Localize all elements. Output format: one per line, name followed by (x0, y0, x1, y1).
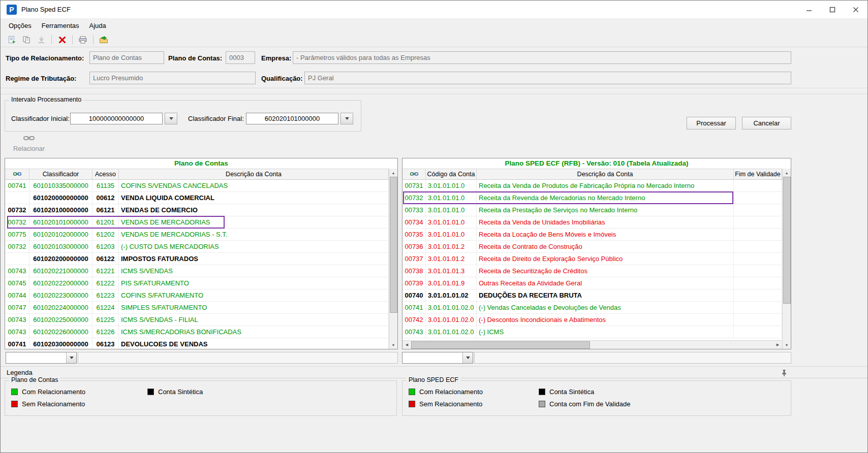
delete-icon[interactable] (56, 34, 68, 46)
right-horizontal-scrollbar[interactable]: ◀ ▶ (402, 340, 782, 349)
table-row[interactable]: 007413.01.01.01.02.0(-) Vendas Cancelada… (402, 302, 782, 314)
table-row[interactable]: 007383.01.01.01.3Receita de Securitizaçã… (402, 265, 782, 277)
plano-contas-grid-title: Plano de Contas (5, 158, 397, 169)
toolbar-separator (72, 35, 73, 44)
window-title: Plano Sped ECF (21, 6, 71, 13)
table-row[interactable]: 0074360102022500000061225ICMS S/VENDAS -… (5, 314, 389, 326)
plano-sped-ecf-grid: Plano SPED ECF (RFB) - Versão: 010 (Tabe… (402, 158, 791, 349)
table-row[interactable]: 0073260102010100000061201VENDAS DE MERCA… (5, 216, 389, 229)
table-row[interactable]: 007423.01.01.01.02.0(-) Descontos Incond… (402, 314, 782, 326)
document-icon[interactable] (6, 34, 18, 46)
left-filter-field[interactable] (78, 352, 398, 364)
classificador-inicial-input[interactable]: 100000000000000 (70, 113, 163, 124)
table-row[interactable]: 007353.01.01.01.0Receita da Locação de B… (402, 229, 782, 241)
table-row[interactable]: 007393.01.01.01.9Outras Receitas da Ativ… (402, 277, 782, 289)
table-row[interactable]: 007433.01.01.01.02.0(-) ICMS (402, 326, 782, 338)
table-row[interactable]: 0074160101033500000061135COFINS S/VENDAS… (5, 180, 389, 192)
cell-codigo-relacionado: 00740 (402, 289, 426, 302)
table-row[interactable]: 0074560102022200000061222PIS S/FATURAMEN… (5, 277, 389, 289)
title-bar: P Plano Sped ECF (1, 1, 867, 18)
qualificacao-label: Qualificação: (261, 75, 303, 82)
legend-item: Com Relacionamento (11, 388, 85, 396)
relation-column-header[interactable] (402, 169, 426, 179)
right-filter-field[interactable] (474, 352, 791, 364)
cancelar-button[interactable]: Cancelar (742, 117, 791, 130)
table-row[interactable]: 0074360102022600000061226ICMS S/MERCADOR… (5, 326, 389, 338)
column-header-classificador[interactable]: Classificador (29, 169, 92, 179)
cell-classificador: 601020000000000 (29, 192, 92, 204)
right-filter-combo[interactable] (402, 352, 473, 364)
scroll-down-arrow[interactable]: ▼ (783, 341, 791, 349)
table-row[interactable]: 007323.01.01.01.0Receita da Revenda de M… (402, 192, 782, 204)
table-row[interactable]: 007343.01.01.01.0Receita da Venda de Uni… (402, 216, 782, 229)
left-filter-combo[interactable] (6, 352, 77, 364)
table-row[interactable]: 007333.01.01.01.0Receita da Prestação de… (402, 204, 782, 216)
minimize-button[interactable] (797, 1, 821, 18)
classificador-inicial-dropdown-button[interactable] (165, 113, 177, 124)
menu-item-opcoes[interactable]: Opções (4, 19, 37, 32)
cell-codigo-relacionado: 00741 (402, 302, 426, 314)
cell-descricao: COFINS S/FATURAMENTO (119, 289, 389, 302)
column-header-descricao[interactable]: Descrição da Conta (119, 169, 389, 179)
legend-item: Conta Sintética (539, 388, 630, 396)
scrollbar-thumb[interactable] (783, 177, 791, 304)
cell-acesso: 61222 (92, 277, 119, 289)
export-icon[interactable] (98, 34, 110, 46)
menu-item-ajuda[interactable]: Ajuda (84, 19, 111, 32)
cell-fim-validade (734, 253, 782, 265)
legend-plano-contas: Plano de Contas Com RelacionamentoSem Re… (5, 380, 397, 416)
pin-icon[interactable] (780, 369, 788, 377)
menu-item-ferramentas[interactable]: Ferramentas (37, 19, 84, 32)
table-row[interactable]: 0074760102022400000061224SIMPLES S/FATUR… (5, 302, 389, 314)
groupbox-title: Intervalo Processamento (9, 96, 83, 103)
table-row[interactable]: 007363.01.01.01.2Receita de Contrato de … (402, 241, 782, 253)
table-row[interactable]: 60102020000000006122IMPOSTOS FATURADOS (5, 253, 389, 265)
scroll-down-arrow[interactable]: ▼ (389, 341, 398, 349)
right-vertical-scrollbar[interactable]: ▲ ▼ (782, 169, 791, 349)
table-row[interactable]: 0073260102010300000061203(-) CUSTO DAS M… (5, 241, 389, 253)
scroll-up-arrow[interactable]: ▲ (783, 169, 791, 177)
table-row[interactable]: 0074360102022100000061221ICMS S/VENDAS (5, 265, 389, 277)
scroll-right-arrow[interactable]: ▶ (773, 341, 782, 349)
legend-column: Com RelacionamentoSem Relacionamento (11, 388, 85, 408)
left-vertical-scrollbar[interactable]: ▲ ▼ (389, 169, 397, 349)
table-row[interactable]: 0074160102030000000006123DEVOLUCOES DE V… (5, 338, 389, 349)
scrollbar-thumb[interactable] (411, 341, 590, 349)
download-icon (35, 34, 47, 46)
legend-plano-sped-ecf: Plano SPED ECF Com RelacionamentoSem Rel… (402, 380, 791, 416)
classificador-final-dropdown-button[interactable] (340, 113, 353, 124)
scroll-left-arrow[interactable]: ◀ (402, 341, 411, 349)
table-row[interactable]: 007373.01.01.01.2Receita de Direito de E… (402, 253, 782, 265)
table-row[interactable]: 0077560102010200000061202VENDAS DE MERCA… (5, 229, 389, 241)
relation-column-header[interactable] (5, 169, 29, 179)
table-row[interactable]: 007313.01.01.01.0Receita da Venda de Pro… (402, 180, 782, 192)
scrollbar-thumb[interactable] (390, 177, 397, 313)
column-header-fim-validade[interactable]: Fim de Validade (734, 169, 782, 179)
close-button[interactable] (844, 1, 867, 18)
cell-classificador: 601020300000000 (29, 338, 92, 349)
qualificacao-field: PJ Geral (304, 72, 791, 84)
column-header-codigo-conta[interactable]: Código da Conta (426, 169, 477, 179)
column-header-acesso[interactable]: Acesso (92, 169, 119, 179)
classificador-final-input[interactable]: 602020101000000 (246, 113, 338, 124)
cell-codigo-relacionado (5, 253, 29, 265)
combo-dropdown-button[interactable] (462, 352, 473, 363)
combo-dropdown-button[interactable] (66, 352, 76, 363)
print-icon[interactable] (77, 34, 89, 46)
legend-color-swatch (539, 401, 545, 407)
column-header-descricao[interactable]: Descrição da Conta (477, 169, 734, 179)
table-row[interactable]: 0074460102022300000061223COFINS S/FATURA… (5, 289, 389, 302)
cell-descricao: Receita da Venda de Produtos de Fabricaç… (477, 180, 734, 192)
table-row[interactable]: 0073260102010000000006121VENDAS DE COMER… (5, 204, 389, 216)
table-row[interactable]: 007403.01.01.01.02DEDUÇÕES DA RECEITA BR… (402, 289, 782, 302)
cell-classificador: 601020224000000 (29, 302, 92, 314)
maximize-button[interactable] (821, 1, 844, 18)
table-row[interactable]: 60102000000000000612VENDA LIQUIDA COMERC… (5, 192, 389, 204)
processar-button[interactable]: Processar (687, 117, 736, 130)
cell-acesso: 61224 (92, 302, 119, 314)
copy-icon[interactable] (20, 34, 33, 46)
tipo-relacionamento-label: Tipo de Relacionamento: (6, 54, 84, 62)
scroll-up-arrow[interactable]: ▲ (389, 169, 398, 177)
legend-column: Conta Sintética (147, 388, 203, 396)
cell-fim-validade (734, 265, 782, 277)
